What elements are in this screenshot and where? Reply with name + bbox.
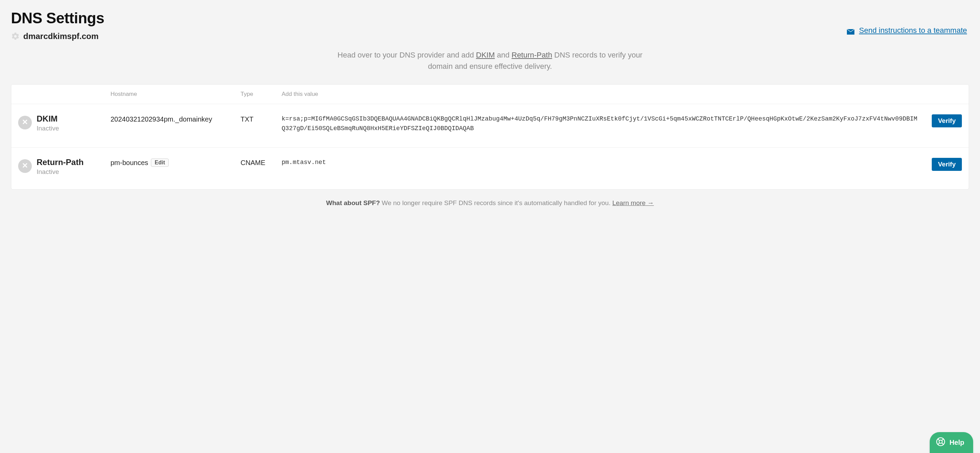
col-type: Type: [240, 91, 282, 97]
record-name: DKIM: [37, 114, 59, 123]
svg-line-3: [942, 443, 943, 445]
spf-note: What about SPF? We no longer require SPF…: [0, 199, 980, 207]
verify-button[interactable]: Verify: [932, 158, 962, 171]
intro-returnpath-link[interactable]: Return-Path: [512, 51, 552, 59]
lifebuoy-icon: [936, 437, 950, 448]
col-value: Add this value: [282, 91, 921, 97]
svg-line-5: [937, 443, 939, 445]
dkim-hostname: 20240321202934pm._domainkey: [111, 114, 240, 124]
intro-dkim-link[interactable]: DKIM: [476, 51, 495, 59]
svg-line-4: [942, 439, 943, 441]
domain-name: dmarcdkimspf.com: [23, 32, 99, 41]
x-icon: [22, 163, 28, 169]
help-button[interactable]: Help: [930, 432, 973, 453]
record-status: Inactive: [37, 124, 59, 132]
svg-point-1: [939, 440, 942, 443]
svg-line-2: [937, 439, 939, 441]
record-name: Return-Path: [37, 158, 83, 167]
x-icon: [22, 119, 28, 126]
spf-learn-more-link[interactable]: Learn more →: [612, 199, 654, 206]
dns-records-table: Hostname Type Add this value DKIM Inacti…: [11, 84, 969, 190]
col-hostname: Hostname: [111, 91, 240, 97]
send-instructions-label: Send instructions to a teammate: [859, 26, 967, 35]
dkim-value: k=rsa;p=MIGfMA0GCSqGSIb3DQEBAQUAA4GNADCB…: [282, 114, 921, 134]
help-label: Help: [950, 439, 964, 447]
table-row: DKIM Inactive 20240321202934pm._domainke…: [11, 104, 969, 148]
intro-text: Head over to your DNS provider and add D…: [336, 49, 644, 72]
page-title: DNS Settings: [11, 10, 104, 27]
edit-button[interactable]: Edit: [151, 158, 169, 167]
verify-button[interactable]: Verify: [932, 114, 962, 128]
returnpath-value: pm.mtasv.net: [282, 158, 921, 167]
table-row: Return-Path Inactive pm-bounces Edit CNA…: [11, 148, 969, 189]
status-badge-inactive: [18, 159, 32, 173]
dkim-type: TXT: [240, 114, 282, 124]
gear-icon: [11, 32, 20, 41]
record-status: Inactive: [37, 168, 83, 175]
envelope-icon: [847, 28, 854, 33]
status-badge-inactive: [18, 116, 32, 129]
returnpath-type: CNAME: [240, 158, 282, 167]
returnpath-hostname: pm-bounces: [111, 158, 148, 167]
send-instructions-link[interactable]: Send instructions to a teammate: [847, 26, 967, 35]
